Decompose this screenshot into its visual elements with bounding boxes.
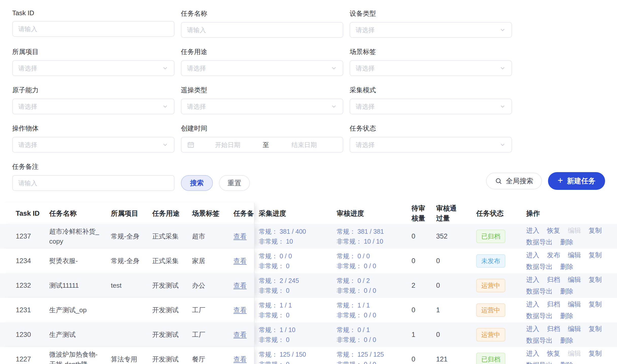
filter-select[interactable]: 请选择 bbox=[350, 99, 512, 114]
action-link[interactable]: 删除 bbox=[560, 336, 573, 345]
cell-purpose: 正式采集 bbox=[152, 232, 192, 241]
action-link[interactable]: 编辑 bbox=[568, 300, 581, 309]
action-link[interactable]: 进入 bbox=[526, 300, 539, 309]
action-link[interactable]: 编辑 bbox=[568, 275, 581, 285]
filter-text-input[interactable] bbox=[181, 22, 343, 38]
filter-field: Task ID bbox=[12, 9, 175, 38]
task-management-page: Task ID任务名称设备类型请选择所属项目请选择任务用途请选择场景标签请选择原… bbox=[0, 9, 617, 364]
action-link[interactable]: 进入 bbox=[526, 275, 539, 285]
action-link[interactable]: 数据导出 bbox=[526, 311, 553, 321]
action-link[interactable]: 编辑 bbox=[568, 250, 581, 260]
action-link[interactable]: 删除 bbox=[560, 262, 573, 272]
create-task-button[interactable]: + 新建任务 bbox=[548, 172, 605, 190]
select-placeholder: 请选择 bbox=[18, 64, 37, 72]
view-remark-link[interactable]: 查看 bbox=[233, 282, 247, 289]
view-remark-link[interactable]: 查看 bbox=[233, 355, 247, 363]
action-link[interactable]: 归档 bbox=[547, 324, 560, 334]
filter-field: 采集模式请选择 bbox=[350, 86, 512, 114]
cell-purpose: 开发测试 bbox=[152, 330, 192, 339]
progress-label: 常规： bbox=[259, 326, 278, 333]
progress-label: 非常规： bbox=[337, 312, 362, 319]
field-label: 任务状态 bbox=[350, 124, 512, 133]
progress-value: 0 bbox=[286, 287, 289, 294]
filter-select[interactable]: 请选择 bbox=[350, 22, 512, 38]
action-link[interactable]: 归档 bbox=[547, 300, 560, 309]
action-link[interactable]: 复制 bbox=[589, 250, 602, 260]
filter-select[interactable]: 请选择 bbox=[350, 60, 512, 76]
action-link[interactable]: 数据导出 bbox=[526, 360, 553, 364]
audit-irregular-line: 非常规： 10 / 10 bbox=[337, 236, 412, 246]
progress-label: 常规： bbox=[259, 302, 278, 309]
action-link[interactable]: 删除 bbox=[560, 360, 573, 364]
view-remark-link[interactable]: 查看 bbox=[233, 257, 247, 265]
daterange-end[interactable]: 结束日期 bbox=[271, 141, 337, 149]
cell-status: 运营中 bbox=[476, 328, 526, 341]
action-link[interactable]: 进入 bbox=[526, 324, 539, 334]
action-link[interactable]: 数据导出 bbox=[526, 262, 553, 272]
action-link[interactable]: 数据导出 bbox=[526, 287, 553, 296]
filter-text-input[interactable] bbox=[12, 21, 175, 37]
row-scroll-cells: 常规： 0 / 0非常规： 0常规： 0 / 0非常规： 0 / 000未发布进… bbox=[254, 249, 617, 273]
cell-passed-count: 1 bbox=[436, 306, 476, 314]
view-remark-link[interactable]: 查看 bbox=[233, 306, 247, 314]
global-search-button[interactable]: 全局搜索 bbox=[486, 173, 542, 189]
action-link[interactable]: 删除 bbox=[560, 311, 573, 321]
filter-select[interactable]: 请选择 bbox=[12, 60, 175, 76]
progress-label: 非常规： bbox=[259, 361, 284, 364]
table-row: 1227微波炉加热食物-干扰-depth降...算法专用开发测试餐厅查看常规： … bbox=[0, 347, 617, 364]
action-link[interactable]: 数据导出 bbox=[526, 238, 553, 247]
filter-actions: 搜索 重置 bbox=[181, 175, 343, 191]
progress-value: 0 bbox=[286, 361, 289, 364]
collect-regular-line: 常规： 2 / 245 bbox=[259, 276, 337, 286]
select-placeholder: 请选择 bbox=[18, 102, 37, 111]
action-link[interactable]: 恢复 bbox=[547, 226, 560, 235]
cell-passed-count: 352 bbox=[436, 232, 476, 240]
action-link[interactable]: 复制 bbox=[589, 324, 602, 334]
action-link[interactable]: 数据导出 bbox=[526, 336, 553, 345]
search-button[interactable]: 搜索 bbox=[181, 175, 213, 191]
action-link[interactable]: 进入 bbox=[526, 250, 539, 260]
action-link[interactable]: 恢复 bbox=[547, 349, 560, 358]
reset-button[interactable]: 重置 bbox=[219, 175, 250, 191]
filter-select[interactable]: 请选择 bbox=[12, 137, 175, 153]
cell-actions: 进入恢复编辑复制数据导出删除 bbox=[526, 226, 617, 247]
action-link[interactable]: 编辑 bbox=[568, 324, 581, 334]
filter-select[interactable]: 请选择 bbox=[12, 99, 175, 114]
action-link[interactable]: 删除 bbox=[560, 287, 573, 296]
col-header-collect-progress: 采集进度 bbox=[259, 209, 337, 218]
filter-select[interactable]: 请选择 bbox=[181, 60, 343, 76]
action-link[interactable]: 复制 bbox=[589, 300, 602, 309]
action-link[interactable]: 复制 bbox=[589, 226, 602, 235]
progress-label: 常规： bbox=[337, 277, 356, 284]
status-badge: 未发布 bbox=[476, 254, 505, 268]
filter-select[interactable]: 请选择 bbox=[350, 137, 512, 153]
cell-scene: 超市 bbox=[192, 232, 233, 241]
filter-text-input[interactable] bbox=[12, 175, 175, 191]
filter-select[interactable]: 请选择 bbox=[181, 99, 343, 114]
action-link[interactable]: 删除 bbox=[560, 238, 573, 247]
filter-daterange[interactable]: 开始日期至结束日期 bbox=[181, 137, 343, 153]
cell-pending-count: 0 bbox=[412, 355, 436, 363]
cell-audit-progress: 常规： 1 / 1非常规： 0 / 0 bbox=[337, 300, 412, 320]
row-fixed-cells: 1230生产测试开发测试工厂查看 bbox=[0, 322, 254, 347]
row-scroll-cells: 常规： 1 / 1非常规： 0常规： 1 / 1非常规： 0 / 001运营中进… bbox=[254, 298, 617, 322]
progress-value: 0 / 0 bbox=[364, 336, 376, 343]
action-link[interactable]: 进入 bbox=[526, 349, 539, 358]
action-link[interactable]: 发布 bbox=[547, 250, 560, 260]
cell-status: 未发布 bbox=[476, 254, 526, 268]
cell-collect-progress: 常规： 2 / 245非常规： 0 bbox=[259, 276, 337, 296]
row-fixed-cells: 1231生产测试_op开发测试工厂查看 bbox=[0, 298, 254, 322]
view-remark-link[interactable]: 查看 bbox=[233, 331, 247, 338]
chevron-down-icon bbox=[499, 103, 506, 110]
collect-regular-line: 常规： 125 / 150 bbox=[259, 350, 337, 359]
view-remark-link[interactable]: 查看 bbox=[233, 232, 247, 240]
progress-value: 0 / 0 bbox=[364, 287, 376, 294]
select-placeholder: 请选择 bbox=[187, 102, 206, 111]
action-link[interactable]: 进入 bbox=[526, 226, 539, 235]
action-link[interactable]: 复制 bbox=[589, 275, 602, 285]
action-link[interactable]: 复制 bbox=[589, 349, 602, 358]
daterange-start[interactable]: 开始日期 bbox=[195, 141, 261, 149]
progress-label: 常规： bbox=[259, 277, 278, 284]
action-link[interactable]: 归档 bbox=[547, 275, 560, 285]
cell-audit-progress: 常规： 125 / 125非常规： 0 / 0 bbox=[337, 350, 412, 364]
